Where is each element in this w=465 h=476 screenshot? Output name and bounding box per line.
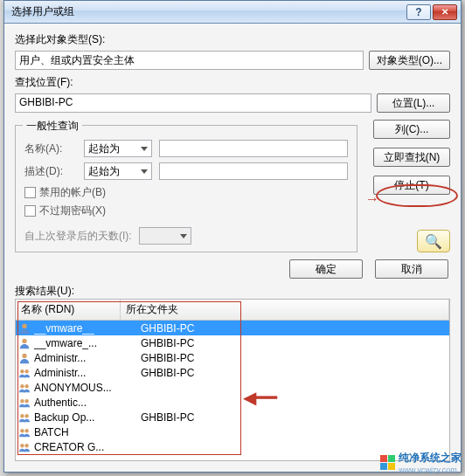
cancel-button[interactable]: 取消 bbox=[375, 259, 448, 279]
svg-point-12 bbox=[24, 429, 28, 432]
user-icon bbox=[17, 321, 31, 335]
svg-point-4 bbox=[24, 369, 28, 373]
description-input[interactable] bbox=[159, 162, 348, 180]
watermark-logo-icon bbox=[380, 455, 395, 470]
results-body[interactable]: __vmware__GHBIBI-PC__vmware_...GHBIBI-PC… bbox=[16, 321, 449, 460]
table-row[interactable]: ANONYMOUS... bbox=[16, 380, 449, 395]
svg-point-5 bbox=[20, 384, 24, 388]
ok-button[interactable]: 确定 bbox=[289, 259, 363, 279]
table-row[interactable]: Administr...GHBIBI-PC bbox=[16, 350, 449, 365]
group-icon bbox=[17, 410, 31, 424]
user-icon bbox=[17, 336, 31, 349]
days-combo bbox=[139, 227, 191, 245]
svg-point-8 bbox=[24, 399, 28, 403]
group-icon bbox=[17, 366, 31, 379]
row-name: ANONYMOUS... bbox=[34, 382, 134, 394]
help-button[interactable] bbox=[406, 4, 431, 20]
results-listview[interactable]: 名称 (RDN) 所在文件夹 __vmware__GHBIBI-PC__vmwa… bbox=[15, 299, 450, 461]
svg-point-2 bbox=[22, 353, 26, 357]
checkbox-icon bbox=[24, 187, 36, 198]
client-area: 选择此对象类型(S): 用户、组或内置安全主体 对象类型(O)... 查找位置(… bbox=[4, 24, 461, 472]
row-folder: GHBIBI-PC bbox=[134, 411, 448, 424]
group-icon bbox=[17, 425, 31, 438]
description-match-combo[interactable]: 起始为 bbox=[84, 162, 152, 180]
row-name: Authentic... bbox=[34, 397, 134, 409]
nonexpiring-password-checkbox[interactable]: 不过期密码(X) bbox=[24, 204, 348, 218]
table-row[interactable]: __vmware_...GHBIBI-PC bbox=[16, 335, 449, 350]
row-name: Backup Op... bbox=[34, 411, 134, 424]
table-row[interactable]: __vmware__GHBIBI-PC bbox=[16, 321, 449, 335]
row-name: Administr... bbox=[34, 367, 134, 379]
svg-point-7 bbox=[20, 399, 24, 403]
object-types-button[interactable]: 对象类型(O)... bbox=[369, 51, 450, 70]
row-folder: GHBIBI-PC bbox=[134, 367, 448, 379]
watermark: 纯净系统之家 www.ycwjzy.com bbox=[380, 451, 462, 474]
svg-point-10 bbox=[24, 414, 28, 417]
row-folder: GHBIBI-PC bbox=[134, 322, 448, 335]
group-icon bbox=[17, 396, 31, 409]
close-button[interactable] bbox=[433, 4, 457, 20]
checkbox-icon bbox=[24, 205, 36, 217]
svg-point-0 bbox=[22, 323, 26, 328]
row-name: __vmware__ bbox=[34, 322, 134, 335]
row-name: __vmware_... bbox=[34, 337, 134, 349]
dialog-window: 选择用户或组 选择此对象类型(S): 用户、组或内置安全主体 对象类型(O)..… bbox=[3, 0, 462, 473]
svg-point-11 bbox=[20, 429, 24, 432]
days-since-login-label: 自上次登录后的天数(I): bbox=[24, 229, 132, 244]
search-results-label: 搜索结果(U): bbox=[15, 284, 450, 299]
svg-point-13 bbox=[20, 444, 24, 447]
find-now-button[interactable]: 立即查找(N) bbox=[373, 148, 450, 167]
svg-point-9 bbox=[20, 414, 24, 417]
name-label: 名称(A): bbox=[24, 141, 77, 156]
common-queries-group: 一般性查询 名称(A): 起始为 描述(D): 起始为 禁用的帐户(B) bbox=[15, 125, 357, 252]
disabled-accounts-checkbox[interactable]: 禁用的帐户(B) bbox=[24, 185, 348, 200]
column-folder-header[interactable]: 所在文件夹 bbox=[121, 300, 449, 320]
group-icon bbox=[17, 381, 31, 394]
svg-point-14 bbox=[24, 444, 28, 447]
results-header[interactable]: 名称 (RDN) 所在文件夹 bbox=[16, 300, 449, 321]
row-name: BATCH bbox=[34, 426, 134, 438]
svg-point-3 bbox=[20, 369, 24, 373]
location-label: 查找位置(F): bbox=[15, 75, 450, 90]
watermark-text: 纯净系统之家 bbox=[399, 451, 462, 466]
stop-button[interactable]: 停止(T) bbox=[373, 176, 450, 195]
locations-button[interactable]: 位置(L)... bbox=[377, 93, 450, 113]
window-title: 选择用户或组 bbox=[11, 4, 405, 19]
table-row[interactable]: BATCH bbox=[16, 424, 449, 439]
object-type-field: 用户、组或内置安全主体 bbox=[15, 51, 364, 70]
table-row[interactable]: Backup Op...GHBIBI-PC bbox=[16, 410, 449, 424]
row-folder: GHBIBI-PC bbox=[134, 337, 448, 349]
name-match-combo[interactable]: 起始为 bbox=[84, 140, 152, 157]
magnifier-icon: 🔍 bbox=[417, 230, 450, 252]
row-name: CREATOR G... bbox=[34, 441, 134, 453]
description-label: 描述(D): bbox=[24, 164, 77, 179]
watermark-url: www.ycwjzy.com bbox=[399, 466, 462, 474]
svg-point-6 bbox=[24, 384, 28, 388]
column-name-header[interactable]: 名称 (RDN) bbox=[16, 300, 121, 320]
chevron-down-icon bbox=[180, 234, 187, 238]
group-icon bbox=[17, 440, 31, 453]
chevron-down-icon bbox=[141, 169, 148, 174]
user-icon bbox=[17, 351, 31, 364]
common-queries-legend: 一般性查询 bbox=[23, 119, 82, 134]
table-row[interactable]: Authentic... bbox=[16, 395, 449, 410]
name-input[interactable] bbox=[159, 140, 348, 157]
object-type-label: 选择此对象类型(S): bbox=[15, 32, 450, 47]
location-field: GHBIBI-PC bbox=[15, 93, 371, 113]
row-name: Administr... bbox=[34, 352, 134, 364]
columns-button[interactable]: 列(C)... bbox=[373, 120, 450, 139]
table-row[interactable]: Administr...GHBIBI-PC bbox=[16, 365, 449, 380]
row-folder: GHBIBI-PC bbox=[134, 352, 448, 364]
svg-point-1 bbox=[22, 338, 26, 342]
chevron-down-icon bbox=[141, 147, 148, 151]
titlebar[interactable]: 选择用户或组 bbox=[4, 1, 461, 24]
